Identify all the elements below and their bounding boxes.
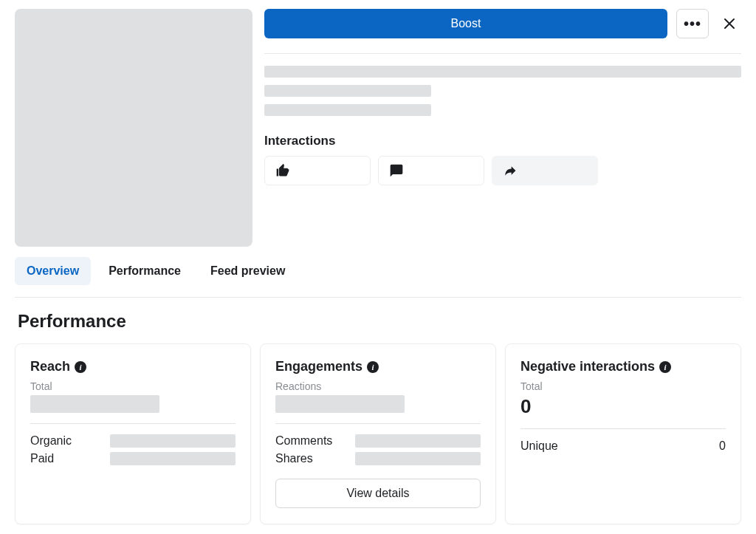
close-icon	[722, 16, 737, 31]
engagements-reactions-label: Reactions	[275, 380, 481, 392]
card-divider	[30, 423, 236, 424]
reach-card: Reach i Total Organic Paid	[15, 343, 251, 524]
text-skeleton-line	[264, 85, 431, 97]
view-details-button[interactable]: View details	[275, 479, 481, 508]
like-interaction-box[interactable]	[264, 156, 371, 185]
tab-feed-preview[interactable]: Feed preview	[199, 257, 297, 285]
reach-organic-skeleton	[110, 434, 236, 448]
comment-interaction-box[interactable]	[378, 156, 484, 185]
negative-unique-label: Unique	[520, 439, 558, 453]
close-button[interactable]	[718, 12, 741, 35]
negative-unique-value: 0	[719, 439, 726, 453]
comment-icon	[389, 163, 404, 178]
engagements-reactions-skeleton	[275, 395, 405, 413]
reach-total-label: Total	[30, 380, 236, 392]
tab-performance[interactable]: Performance	[97, 257, 193, 285]
more-options-button[interactable]: •••	[676, 9, 709, 38]
reach-paid-skeleton	[110, 452, 236, 465]
share-interaction-box[interactable]	[492, 156, 598, 185]
interactions-heading: Interactions	[264, 134, 741, 148]
reach-paid-label: Paid	[30, 452, 54, 465]
info-icon[interactable]: i	[75, 361, 86, 373]
post-image-placeholder	[15, 9, 252, 247]
performance-heading: Performance	[15, 311, 741, 332]
engagements-title: Engagements	[275, 359, 362, 374]
negative-interactions-card: Negative interactions i Total 0 Unique 0	[505, 343, 741, 524]
text-skeleton-line	[264, 66, 741, 78]
boost-button[interactable]: Boost	[264, 9, 667, 38]
engagements-shares-label: Shares	[275, 452, 313, 465]
reach-title: Reach	[30, 359, 70, 374]
tabs-divider	[15, 297, 741, 298]
reach-organic-label: Organic	[30, 434, 72, 448]
engagements-card: Engagements i Reactions Comments Shares …	[260, 343, 496, 524]
engagements-shares-skeleton	[355, 452, 481, 465]
negative-total-label: Total	[520, 380, 726, 392]
more-icon: •••	[684, 16, 701, 32]
card-divider	[275, 423, 481, 424]
tab-overview[interactable]: Overview	[15, 257, 91, 285]
tabs: Overview Performance Feed preview	[15, 257, 741, 285]
header-divider	[264, 53, 741, 54]
engagements-comments-label: Comments	[275, 434, 332, 448]
negative-total-value: 0	[520, 395, 726, 418]
text-skeleton-line	[264, 104, 431, 116]
share-icon	[503, 163, 518, 178]
thumbs-up-icon	[275, 163, 290, 178]
info-icon[interactable]: i	[659, 361, 671, 373]
negative-title: Negative interactions	[520, 359, 655, 374]
card-divider	[520, 428, 726, 429]
reach-total-skeleton	[30, 395, 159, 413]
info-icon[interactable]: i	[367, 361, 379, 373]
engagements-comments-skeleton	[355, 434, 481, 448]
